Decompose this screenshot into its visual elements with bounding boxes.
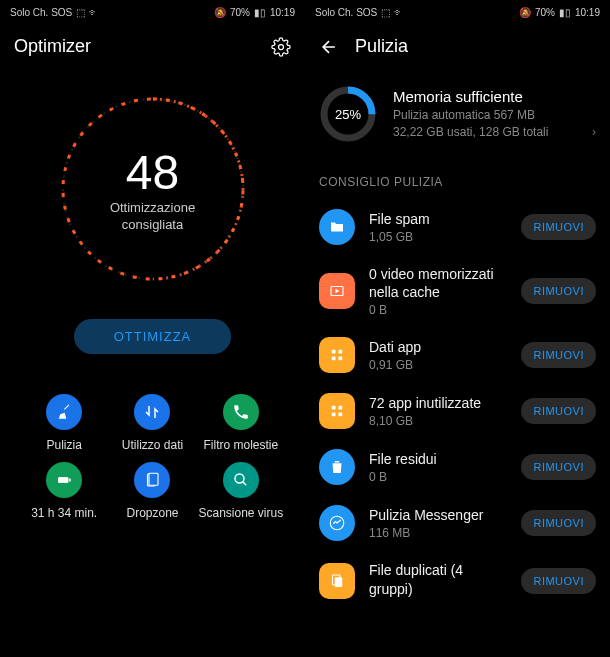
svg-rect-14 <box>339 357 343 361</box>
clean-title: 72 app inutilizzate <box>369 394 507 412</box>
grid-item-battery[interactable]: 31 h 34 min. <box>20 462 108 520</box>
apps-grid-icon <box>319 337 355 373</box>
memory-percent: 25% <box>319 85 377 143</box>
status-bar: Solo Ch. SOS ⬚ ᯤ 🔕 70% ▮▯ 10:19 <box>0 0 305 24</box>
section-heading: CONSIGLIO PULIZIA <box>305 159 610 199</box>
remove-button[interactable]: RIMUOVI <box>521 510 596 536</box>
score-ring: 48 Ottimizzazione consigliata <box>0 69 305 309</box>
remove-button[interactable]: RIMUOVI <box>521 398 596 424</box>
header: Pulizia <box>305 24 610 69</box>
grid-label: Scansione virus <box>198 506 283 520</box>
apps-grid-icon <box>319 393 355 429</box>
status-bar: Solo Ch. SOS ⬚ ᯤ 🔕 70% ▮▯ 10:19 <box>305 0 610 24</box>
clean-sub: 0 B <box>369 470 507 484</box>
mute-icon: 🔕 <box>519 7 531 18</box>
tools-grid: Pulizia Utilizzo dati Filtro molestie 31… <box>0 354 305 520</box>
clean-sub: 116 MB <box>369 526 507 540</box>
svg-rect-18 <box>339 413 343 417</box>
duplicate-files-icon <box>319 563 355 599</box>
svg-rect-16 <box>339 406 343 410</box>
folder-icon <box>319 209 355 245</box>
data-usage-icon <box>134 394 170 430</box>
mute-icon: 🔕 <box>214 7 226 18</box>
remove-button[interactable]: RIMUOVI <box>521 214 596 240</box>
clean-title: File spam <box>369 210 507 228</box>
clean-row-file-residui: File residui 0 B RIMUOVI <box>305 439 610 495</box>
memory-summary[interactable]: 25% Memoria sufficiente Pulizia automati… <box>305 69 610 159</box>
header: Optimizer <box>0 24 305 69</box>
clean-title: Dati app <box>369 338 507 356</box>
clean-title: 0 video memorizzati nella cache <box>369 265 507 301</box>
clock: 10:19 <box>270 7 295 18</box>
svg-point-0 <box>279 44 284 49</box>
clean-title: File duplicati (4 gruppi) <box>369 561 507 597</box>
sim-icon: ⬚ <box>381 7 390 18</box>
svg-rect-15 <box>332 406 336 410</box>
broom-icon <box>46 394 82 430</box>
clean-title: Pulizia Messenger <box>369 506 507 524</box>
clean-sub: 1,05 GB <box>369 230 507 244</box>
clean-row-file-spam: File spam 1,05 GB RIMUOVI <box>305 199 610 255</box>
remove-button[interactable]: RIMUOVI <box>521 278 596 304</box>
svg-rect-11 <box>332 350 336 354</box>
optimize-button[interactable]: OTTIMIZZA <box>74 319 232 354</box>
block-call-icon <box>223 394 259 430</box>
remove-button[interactable]: RIMUOVI <box>521 342 596 368</box>
clean-row-duplicati: File duplicati (4 gruppi) RIMUOVI <box>305 551 610 609</box>
chevron-right-icon: › <box>592 124 596 141</box>
grid-label: Utilizzo dati <box>122 438 183 452</box>
svg-rect-13 <box>332 357 336 361</box>
page-title: Pulizia <box>355 36 596 57</box>
clean-row-messenger: Pulizia Messenger 116 MB RIMUOVI <box>305 495 610 551</box>
grid-item-dropzone[interactable]: Dropzone <box>108 462 196 520</box>
video-icon <box>319 273 355 309</box>
grid-item-utilizzo-dati[interactable]: Utilizzo dati <box>108 394 196 452</box>
clean-title: File residui <box>369 450 507 468</box>
remove-button[interactable]: RIMUOVI <box>521 454 596 480</box>
score-value: 48 <box>126 145 179 200</box>
pulizia-screen: Solo Ch. SOS ⬚ ᯤ 🔕 70% ▮▯ 10:19 Pulizia … <box>305 0 610 657</box>
svg-rect-4 <box>69 479 71 482</box>
grid-label: Dropzone <box>126 506 178 520</box>
memory-line2: 32,22 GB usati, 128 GB totali <box>393 124 548 141</box>
svg-rect-6 <box>149 473 158 485</box>
settings-button[interactable] <box>271 37 291 57</box>
carrier: Solo Ch. SOS <box>10 7 72 18</box>
svg-rect-21 <box>335 577 343 587</box>
grid-label: Filtro molestie <box>203 438 278 452</box>
sim-icon: ⬚ <box>76 7 85 18</box>
clean-sub: 0,91 GB <box>369 358 507 372</box>
grid-item-filtro[interactable]: Filtro molestie <box>197 394 285 452</box>
virus-scan-icon <box>223 462 259 498</box>
memory-line1: Pulizia automatica 567 MB <box>393 107 596 124</box>
clock: 10:19 <box>575 7 600 18</box>
clean-row-video-cache: 0 video memorizzati nella cache 0 B RIMU… <box>305 255 610 327</box>
messenger-icon <box>319 505 355 541</box>
battery-pct: 70% <box>535 7 555 18</box>
svg-rect-12 <box>339 350 343 354</box>
dropzone-icon <box>134 462 170 498</box>
battery-pct: 70% <box>230 7 250 18</box>
battery-icon: ▮▯ <box>559 7 571 18</box>
ring-label: Ottimizzazione consigliata <box>110 200 195 234</box>
grid-item-scan[interactable]: Scansione virus <box>197 462 285 520</box>
back-button[interactable] <box>319 37 339 57</box>
battery-icon: ▮▯ <box>254 7 266 18</box>
clean-row-dati-app: Dati app 0,91 GB RIMUOVI <box>305 327 610 383</box>
remove-button[interactable]: RIMUOVI <box>521 568 596 594</box>
clean-sub: 8,10 GB <box>369 414 507 428</box>
memory-donut: 25% <box>319 85 377 143</box>
grid-label: Pulizia <box>46 438 81 452</box>
wifi-icon: ᯤ <box>394 7 404 18</box>
memory-title: Memoria sufficiente <box>393 88 596 105</box>
clean-sub: 0 B <box>369 303 507 317</box>
clean-row-app-unused: 72 app inutilizzate 8,10 GB RIMUOVI <box>305 383 610 439</box>
carrier: Solo Ch. SOS <box>315 7 377 18</box>
optimizer-screen: Solo Ch. SOS ⬚ ᯤ 🔕 70% ▮▯ 10:19 Optimize… <box>0 0 305 657</box>
grid-label: 31 h 34 min. <box>31 506 97 520</box>
svg-rect-3 <box>58 477 69 483</box>
page-title: Optimizer <box>14 36 271 57</box>
battery-icon <box>46 462 82 498</box>
svg-rect-17 <box>332 413 336 417</box>
grid-item-pulizia[interactable]: Pulizia <box>20 394 108 452</box>
